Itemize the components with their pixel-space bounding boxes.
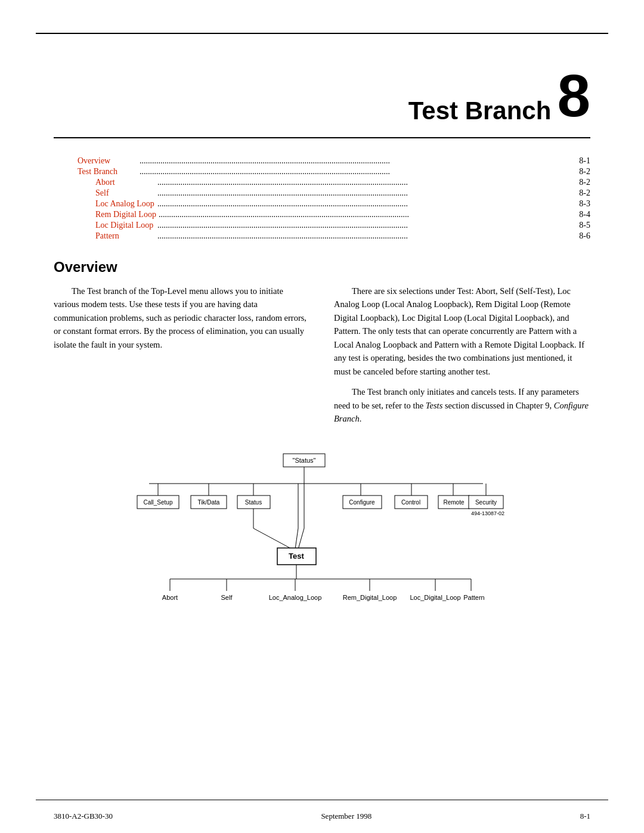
overview-title: Overview <box>54 259 590 275</box>
page-content: Test Branch 8 Overview .................… <box>54 42 590 791</box>
svg-text:Call_Setup: Call_Setup <box>144 499 173 506</box>
svg-text:Remote: Remote <box>443 499 464 506</box>
chapter-number: 8 <box>557 66 590 125</box>
toc-page: 8-2 <box>579 167 590 176</box>
footer-center: September 1998 <box>321 812 371 821</box>
svg-text:Abort: Abort <box>162 594 178 601</box>
left-paragraph: The Test branch of the Top-Level menu al… <box>54 284 310 351</box>
right-paragraph-2: The Test branch only initiates and cance… <box>334 385 590 425</box>
toc-dots: ........................................… <box>157 231 577 241</box>
svg-text:Pattern: Pattern <box>463 594 484 601</box>
toc-link[interactable]: Overview <box>78 156 137 166</box>
toc-dots: ........................................… <box>157 188 577 198</box>
toc-page: 8-1 <box>579 156 590 166</box>
chapter-title: Test Branch <box>408 97 552 125</box>
left-column: The Test branch of the Top-Level menu al… <box>54 284 310 433</box>
svg-text:Tik/Data: Tik/Data <box>198 499 220 506</box>
page-footer: 3810-A2-GB30-30 September 1998 8-1 <box>54 812 590 821</box>
toc-dots: ........................................… <box>159 210 577 219</box>
svg-line-29 <box>253 528 292 549</box>
footer-left: 3810-A2-GB30-30 <box>54 812 113 821</box>
menu-diagram: "Status" Call_Setup Tik/Data Status Conf… <box>113 451 531 618</box>
toc-item: Loc Digital Loop .......................… <box>78 221 590 230</box>
svg-text:Rem_Digital_Loop: Rem_Digital_Loop <box>343 594 397 601</box>
toc-page: 8-6 <box>579 231 590 241</box>
toc-item: Pattern ................................… <box>78 231 590 241</box>
svg-text:Test: Test <box>289 552 304 561</box>
toc-item: Overview ...............................… <box>78 156 590 166</box>
svg-text:"Status": "Status" <box>293 457 316 464</box>
right-body-text: There are six selections under Test: Abo… <box>334 284 590 426</box>
svg-text:Configure: Configure <box>349 499 375 506</box>
svg-text:494-13087-02: 494-13087-02 <box>471 510 504 516</box>
toc-dots: ........................................… <box>140 156 577 166</box>
toc-dots: ........................................… <box>157 178 577 187</box>
svg-text:Security: Security <box>475 499 497 506</box>
toc-link[interactable]: Rem Digital Loop <box>95 210 156 219</box>
toc-link[interactable]: Abort <box>95 178 155 187</box>
toc-dots: ........................................… <box>157 199 577 209</box>
toc-link[interactable]: Loc Digital Loop <box>95 221 155 230</box>
toc-link[interactable]: Pattern <box>95 231 155 241</box>
toc-item: Loc Analog Loop ........................… <box>78 199 590 209</box>
page-border-top <box>36 33 608 34</box>
svg-text:Status: Status <box>245 499 262 506</box>
toc-page: 8-3 <box>579 199 590 209</box>
svg-line-31 <box>298 528 304 549</box>
svg-line-30 <box>295 528 298 549</box>
toc-link[interactable]: Self <box>95 188 155 198</box>
toc-item: Rem Digital Loop .......................… <box>78 210 590 219</box>
toc-item: Self ...................................… <box>78 188 590 198</box>
toc-dots: ........................................… <box>157 221 577 230</box>
toc-page: 8-2 <box>579 178 590 187</box>
toc-page: 8-2 <box>579 188 590 198</box>
svg-text:Control: Control <box>401 499 420 506</box>
right-column: There are six selections under Test: Abo… <box>334 284 590 433</box>
toc-item: Test Branch ............................… <box>78 167 590 176</box>
toc-page: 8-4 <box>579 210 590 219</box>
toc-page: 8-5 <box>579 221 590 230</box>
svg-text:Loc_Analog_Loop: Loc_Analog_Loop <box>269 594 322 601</box>
toc-link[interactable]: Test Branch <box>78 167 137 176</box>
toc-item: Abort ..................................… <box>78 178 590 187</box>
svg-text:Loc_Digital_Loop: Loc_Digital_Loop <box>410 594 460 601</box>
overview-section: Overview The Test branch of the Top-Leve… <box>54 259 590 433</box>
toc-link[interactable]: Loc Analog Loop <box>95 199 155 209</box>
toc-dots: ........................................… <box>140 167 577 176</box>
diagram-container: "Status" Call_Setup Tik/Data Status Conf… <box>54 451 590 618</box>
chapter-header: Test Branch 8 <box>54 42 590 138</box>
toc-section: Overview ...............................… <box>54 156 590 241</box>
content-columns: The Test branch of the Top-Level menu al… <box>54 284 590 433</box>
page-border-bottom <box>36 800 608 800</box>
right-paragraph-1: There are six selections under Test: Abo… <box>334 284 590 378</box>
footer-right: 8-1 <box>580 812 590 821</box>
left-body-text: The Test branch of the Top-Level menu al… <box>54 284 310 351</box>
svg-text:Self: Self <box>221 594 233 601</box>
